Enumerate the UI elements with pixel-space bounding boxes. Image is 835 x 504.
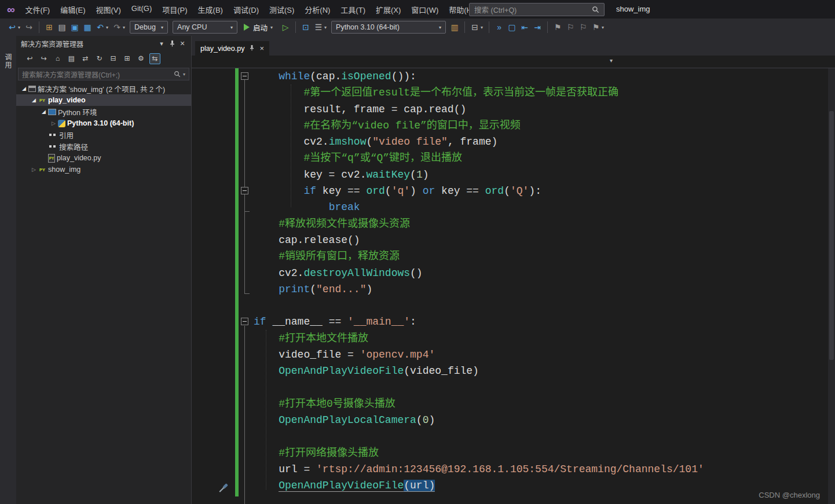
dropdown-chevron-icon[interactable]: ▾ — [602, 25, 604, 30]
python-env-select[interactable]: Python 3.10 (64-bit)▾ — [331, 21, 446, 34]
dropdown-chevron-icon[interactable]: ▾ — [481, 25, 483, 30]
quick-search-input[interactable]: 搜索 (Ctrl+Q) — [469, 3, 605, 16]
expander-closed-icon[interactable]: ▷ — [49, 120, 58, 126]
tree-item-play_video[interactable]: ◢play_video — [16, 94, 191, 106]
code-line: OpenAndPlayVideoFile(video_file) — [192, 363, 828, 379]
switch-views-icon[interactable]: ⇄ — [80, 53, 91, 64]
tree-item-python-[interactable]: ◢Python 环境 — [16, 106, 191, 117]
menu-item[interactable]: Git(G) — [126, 1, 157, 18]
fold-toggle-while[interactable] — [241, 72, 248, 80]
side-tab-call-hierarchy[interactable]: 调用 — [3, 53, 13, 69]
chevron-down-icon: ▾ — [439, 25, 441, 30]
member-list-icon[interactable]: ☰ — [313, 21, 324, 34]
search-icon — [174, 71, 181, 78]
menu-item[interactable]: 视图(V) — [91, 1, 126, 18]
dropdown-chevron-icon[interactable]: ▾ — [123, 25, 125, 30]
search-options-chevron-icon[interactable]: ▾ — [183, 72, 185, 77]
dropdown-chevron-icon[interactable]: ▾ — [106, 25, 108, 30]
tree-item--[interactable]: 搜索路径 — [16, 141, 191, 152]
column-options-icon[interactable]: ⊟ — [469, 21, 481, 34]
expander-open-icon[interactable]: ◢ — [30, 97, 38, 103]
redo-icon[interactable]: ↷ — [111, 21, 123, 34]
code-line-caret: OpenAndPlayVideoFile(url) — [192, 477, 828, 494]
save-icon[interactable]: ▣ — [69, 21, 80, 34]
tree-item--[interactable]: 引用 — [16, 129, 191, 141]
code-line: OpenAndPlayLocalCamera(0) — [192, 412, 828, 428]
pin-icon[interactable] — [167, 38, 177, 49]
chevron-down-icon: ▾ — [270, 25, 273, 30]
select-value: Debug — [134, 23, 156, 31]
back-icon[interactable]: ↩ — [24, 53, 35, 64]
start-without-debug-icon[interactable]: ▷ — [280, 21, 291, 34]
code-line: key = cv2.waitKey(1) — [192, 167, 828, 183]
home-icon[interactable]: ⌂ — [52, 53, 63, 64]
sync-with-active-document-icon[interactable]: ⇆ — [149, 53, 160, 64]
bookmark-next-icon[interactable]: ⚐ — [577, 21, 589, 34]
tree-item-show_img[interactable]: ▷show_img — [16, 164, 191, 175]
close-icon[interactable]: × — [177, 38, 188, 49]
nav-forward-icon[interactable]: ↪ — [23, 21, 35, 34]
menu-item[interactable]: 测试(S) — [264, 1, 299, 18]
save-all-icon[interactable]: ▦ — [82, 21, 93, 34]
dropdown-chevron-icon[interactable]: ▾ — [324, 25, 327, 30]
active-solution-label: show_img — [616, 5, 650, 13]
dropdown-chevron-icon[interactable]: ▾ — [18, 25, 20, 30]
close-icon[interactable]: × — [259, 45, 264, 52]
attach-icon[interactable]: ⊡ — [300, 21, 312, 34]
menu-item[interactable]: 项目(P) — [157, 1, 192, 18]
tree-item-python-3-10-64-bit-[interactable]: ▷Python 3.10 (64-bit) — [16, 117, 191, 129]
undo-icon[interactable]: ↶ — [94, 21, 106, 34]
forward-icon[interactable]: ↪ — [38, 53, 49, 64]
member-dropdown-chevron-icon[interactable]: ▾ — [610, 57, 613, 64]
add-item-icon[interactable]: ▤ — [56, 21, 68, 34]
platform-select[interactable]: Any CPU▾ — [173, 21, 237, 34]
bookmark-prev-icon[interactable]: ⚐ — [565, 21, 576, 34]
start-debug-button[interactable]: 启动▾ — [244, 22, 275, 33]
solution-explorer-panel: 解决方案资源管理器 ▾ × ↩↪⌂▤⇄↻⊟⊞⚙⇆ 搜索解决方案资源管理器(Ctr… — [16, 36, 191, 504]
scrollbar-thumb[interactable] — [829, 111, 834, 360]
panel-menu-chevron-icon[interactable]: ▾ — [156, 38, 167, 49]
tab-play-video-py[interactable]: play_video.py × — [195, 41, 269, 56]
solution-explorer-toolbar: ↩↪⌂▤⇄↻⊟⊞⚙⇆ — [16, 51, 191, 66]
menu-item[interactable]: 编辑(E) — [55, 1, 90, 18]
explorer-search-input[interactable]: 搜索解决方案资源管理器(Ctrl+;) ▾ — [18, 68, 189, 80]
collapse-all-icon[interactable]: ⊟ — [108, 53, 119, 64]
bookmark-toggle-icon[interactable]: ⚑ — [552, 21, 563, 34]
menu-item[interactable]: 扩展(X) — [371, 1, 406, 18]
expander-closed-icon[interactable]: ▷ — [30, 167, 38, 172]
menu-item[interactable]: 分析(N) — [299, 1, 335, 18]
fold-toggle-if[interactable] — [241, 187, 248, 194]
pin-icon[interactable] — [249, 45, 255, 53]
editor-area: play_video.py × ▾ while(cap.isOpened()):… — [191, 36, 835, 504]
expander-open-icon[interactable]: ◢ — [20, 86, 28, 91]
quick-actions-screwdriver-icon[interactable] — [217, 482, 229, 495]
menu-item[interactable]: 生成(B) — [193, 1, 228, 18]
new-project-icon[interactable]: ⊞ — [43, 21, 55, 34]
nav-back-icon[interactable]: ↩ — [6, 21, 18, 34]
code-editor[interactable]: while(cap.isOpened()): #第一个返回值result是一个布… — [192, 68, 828, 504]
bookmark-clear-icon[interactable]: ⚑ — [590, 21, 602, 34]
menu-item[interactable]: 调试(D) — [228, 1, 264, 18]
interactive-window-icon[interactable]: ▢ — [506, 21, 518, 34]
show-all-files-icon[interactable]: ⊞ — [122, 53, 133, 64]
indent-decrease-icon[interactable]: ⇤ — [519, 21, 530, 34]
fold-toggle-main[interactable] — [241, 318, 248, 325]
send-to-interactive-icon[interactable]: » — [493, 21, 505, 34]
debug-config-select[interactable]: Debug▾ — [130, 21, 168, 34]
properties-icon[interactable]: ⚙ — [135, 53, 147, 64]
select-value: Any CPU — [177, 23, 207, 31]
pending-changes-filter-icon[interactable]: ▤ — [66, 53, 77, 64]
refresh-icon[interactable]: ↻ — [94, 53, 105, 64]
tree-item-play_video-py[interactable]: play_video.py — [16, 152, 191, 164]
menu-item[interactable]: 文件(F) — [20, 1, 56, 18]
menu-item[interactable]: 窗口(W) — [406, 1, 444, 18]
quick-search-placeholder: 搜索 (Ctrl+Q) — [474, 4, 517, 15]
navigation-bar[interactable]: ▾ — [192, 56, 835, 68]
expander-open-icon[interactable]: ◢ — [39, 109, 48, 115]
tree-item--show_img-2-2-[interactable]: ◢解决方案 'show_img' (2 个项目, 共 2 个) — [16, 83, 191, 94]
package-manager-icon[interactable]: ▥ — [449, 21, 460, 34]
solution-explorer-header: 解决方案资源管理器 ▾ × — [16, 36, 191, 51]
code-line: cv2.imshow("video file", frame) — [192, 134, 828, 150]
indent-increase-icon[interactable]: ⇥ — [532, 21, 543, 34]
menu-item[interactable]: 工具(T) — [335, 1, 371, 18]
